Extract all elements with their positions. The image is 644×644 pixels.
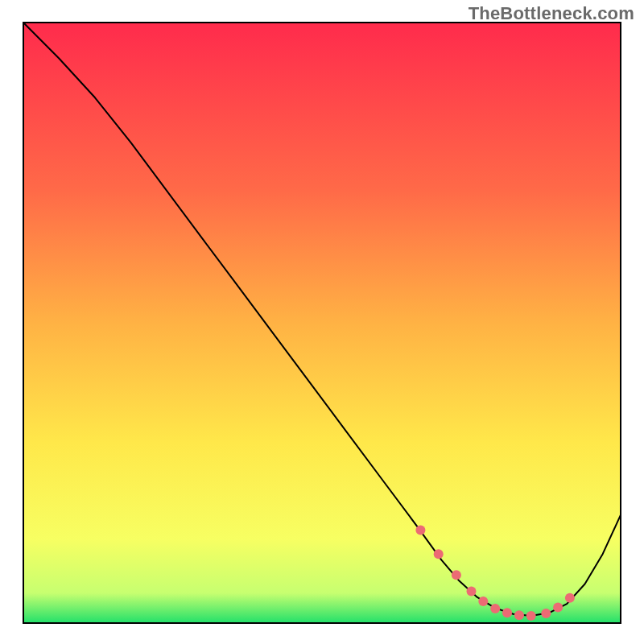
highlight-dot (502, 608, 512, 617)
highlight-dot (490, 604, 500, 613)
highlight-dot (452, 570, 461, 580)
highlight-dot (478, 597, 488, 606)
highlight-dot (526, 611, 536, 621)
highlight-dot (467, 587, 477, 597)
highlight-dot (434, 549, 444, 559)
highlight-dot (553, 603, 563, 613)
highlight-dot (514, 610, 524, 620)
highlight-dot (541, 609, 551, 618)
highlight-dot (565, 593, 575, 603)
highlight-dot (415, 525, 425, 535)
watermark-text: TheBottleneck.com (469, 3, 634, 24)
plot-background (23, 23, 621, 623)
bottleneck-chart (0, 0, 644, 644)
